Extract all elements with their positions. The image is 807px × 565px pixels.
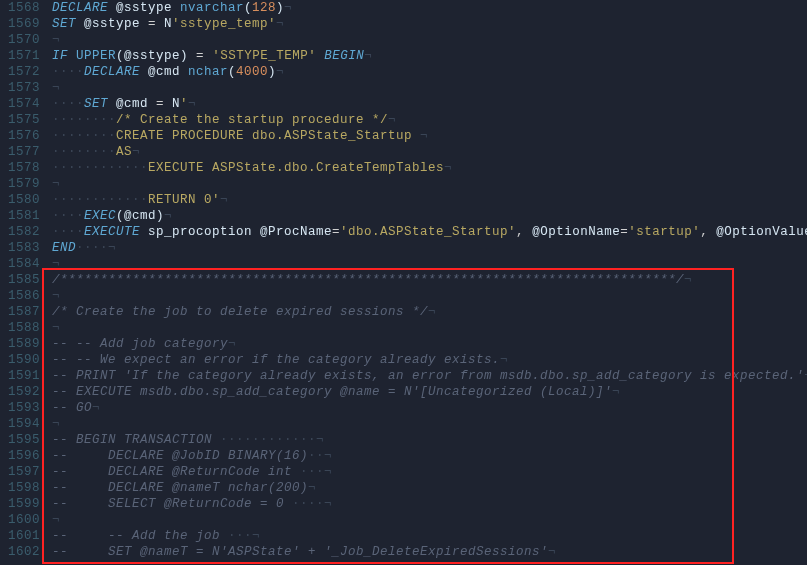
token-paren: ( xyxy=(228,65,236,79)
line-number: 1571 xyxy=(0,48,40,64)
token-type: nchar xyxy=(188,65,228,79)
token-var: @sstype xyxy=(124,49,180,63)
newline-marker: ¬ xyxy=(52,257,60,271)
token-var: @cmd xyxy=(124,209,156,223)
line-number: 1602 xyxy=(0,544,40,560)
code-line[interactable]: ¬ xyxy=(52,512,807,528)
token-str: ' xyxy=(180,97,188,111)
code-line[interactable]: END····¬ xyxy=(52,240,807,256)
line-number: 1584 xyxy=(0,256,40,272)
newline-marker: ¬ xyxy=(52,289,60,303)
newline-marker: ¬ xyxy=(52,81,60,95)
code-line[interactable]: IF UPPER(@sstype) = 'SSTYPE_TEMP' BEGIN¬ xyxy=(52,48,807,64)
code-line[interactable]: ········CREATE PROCEDURE dbo.ASPState_St… xyxy=(52,128,807,144)
code-line[interactable]: ····EXECUTE sp_procoption @ProcName='dbo… xyxy=(52,224,807,240)
token-var: N xyxy=(156,17,172,31)
token-cmt: /* Create the job to delete expired sess… xyxy=(52,305,428,319)
token-str: AS xyxy=(116,145,132,159)
whitespace-marker: ············ xyxy=(52,193,148,207)
code-line[interactable]: ····SET @cmd = N'¬ xyxy=(52,96,807,112)
token-paren: ) xyxy=(276,1,284,15)
code-line[interactable]: -- DECLARE @JobID BINARY(16)··¬ xyxy=(52,448,807,464)
token-var: @OptionName xyxy=(524,225,620,239)
token-str: 'sstype_temp' xyxy=(172,17,276,31)
code-line[interactable]: -- BEGIN TRANSACTION ············¬ xyxy=(52,432,807,448)
token-paren: ) xyxy=(180,49,188,63)
line-number-gutter: 1568156915701571157215731574157515761577… xyxy=(0,0,46,565)
code-line[interactable]: ¬ xyxy=(52,176,807,192)
line-number: 1595 xyxy=(0,432,40,448)
line-number: 1569 xyxy=(0,16,40,32)
code-line[interactable]: ········AS¬ xyxy=(52,144,807,160)
code-line[interactable]: -- SELECT @ReturnCode = 0 ····¬ xyxy=(52,496,807,512)
code-line[interactable]: -- DECLARE @nameT nchar(200)¬ xyxy=(52,480,807,496)
code-line[interactable]: -- -- We expect an error if the category… xyxy=(52,352,807,368)
token-cmt: -- -- We expect an error if the category… xyxy=(52,353,500,367)
code-line[interactable]: ¬ xyxy=(52,320,807,336)
code-line[interactable]: DECLARE @sstype nvarchar(128)¬ xyxy=(52,0,807,16)
newline-marker: ¬ xyxy=(52,417,60,431)
line-number: 1577 xyxy=(0,144,40,160)
line-number: 1573 xyxy=(0,80,40,96)
line-number: 1600 xyxy=(0,512,40,528)
whitespace-marker: ···· xyxy=(284,497,324,511)
code-line[interactable]: -- PRINT 'If the category already exists… xyxy=(52,368,807,384)
newline-marker: ¬ xyxy=(92,401,100,415)
code-line[interactable]: -- -- Add the job ···¬ xyxy=(52,528,807,544)
token-var xyxy=(204,49,212,63)
newline-marker: ¬ xyxy=(612,385,620,399)
token-kw: EXECUTE xyxy=(84,225,140,239)
code-line[interactable]: -- EXECUTE msdb.dbo.sp_add_category @nam… xyxy=(52,384,807,400)
code-line[interactable]: ········/* Create the startup procedure … xyxy=(52,112,807,128)
line-number: 1597 xyxy=(0,464,40,480)
code-editor: 1568156915701571157215731574157515761577… xyxy=(0,0,807,565)
line-number: 1579 xyxy=(0,176,40,192)
token-cmt: -- SET @nameT = N'ASPState' + '_Job_Dele… xyxy=(52,545,548,559)
newline-marker: ¬ xyxy=(324,449,332,463)
code-line[interactable]: ············RETURN 0'¬ xyxy=(52,192,807,208)
code-line[interactable]: ¬ xyxy=(52,256,807,272)
token-op: = xyxy=(196,49,204,63)
token-paren: ) xyxy=(156,209,164,223)
code-line[interactable]: -- DECLARE @ReturnCode int ···¬ xyxy=(52,464,807,480)
code-line[interactable]: -- GO¬ xyxy=(52,400,807,416)
code-line[interactable]: ····DECLARE @cmd nchar(4000)¬ xyxy=(52,64,807,80)
code-line[interactable]: ············EXECUTE ASPState.dbo.CreateT… xyxy=(52,160,807,176)
token-cmt: -- SELECT @ReturnCode = 0 xyxy=(52,497,284,511)
token-cmt: -- -- Add the job xyxy=(52,529,220,543)
line-number: 1592 xyxy=(0,384,40,400)
line-number: 1583 xyxy=(0,240,40,256)
code-line[interactable]: ¬ xyxy=(52,80,807,96)
code-line[interactable]: /* Create the job to delete expired sess… xyxy=(52,304,807,320)
code-line[interactable]: ¬ xyxy=(52,416,807,432)
code-line[interactable]: -- SET @nameT = N'ASPState' + '_Job_Dele… xyxy=(52,544,807,560)
token-cmt: -- GO xyxy=(52,401,92,415)
line-number: 1581 xyxy=(0,208,40,224)
line-number: 1580 xyxy=(0,192,40,208)
code-area[interactable]: DECLARE @sstype nvarchar(128)¬SET @sstyp… xyxy=(46,0,807,565)
newline-marker: ¬ xyxy=(388,113,396,127)
token-kw2: UPPER xyxy=(76,49,116,63)
whitespace-marker: ··· xyxy=(220,529,252,543)
token-var: @sstype xyxy=(76,17,148,31)
newline-marker: ¬ xyxy=(188,97,196,111)
whitespace-marker: ············ xyxy=(52,161,148,175)
code-line[interactable]: ¬ xyxy=(52,32,807,48)
code-line[interactable]: ¬ xyxy=(52,288,807,304)
newline-marker: ¬ xyxy=(428,305,436,319)
newline-marker: ¬ xyxy=(276,65,284,79)
whitespace-marker: ···· xyxy=(52,97,84,111)
token-num: 128 xyxy=(252,1,276,15)
token-op: = xyxy=(148,17,156,31)
newline-marker: ¬ xyxy=(420,129,428,143)
token-str: 'startup' xyxy=(628,225,700,239)
whitespace-marker: ···· xyxy=(52,65,84,79)
line-number: 1568 xyxy=(0,0,40,16)
code-line[interactable]: ····EXEC(@cmd)¬ xyxy=(52,208,807,224)
code-line[interactable]: /***************************************… xyxy=(52,272,807,288)
code-line[interactable]: SET @sstype = N'sstype_temp'¬ xyxy=(52,16,807,32)
code-line[interactable]: -- -- Add job category¬ xyxy=(52,336,807,352)
token-kw: SET xyxy=(52,17,76,31)
line-number: 1591 xyxy=(0,368,40,384)
token-cmt: -- DECLARE @nameT nchar(200) xyxy=(52,481,308,495)
